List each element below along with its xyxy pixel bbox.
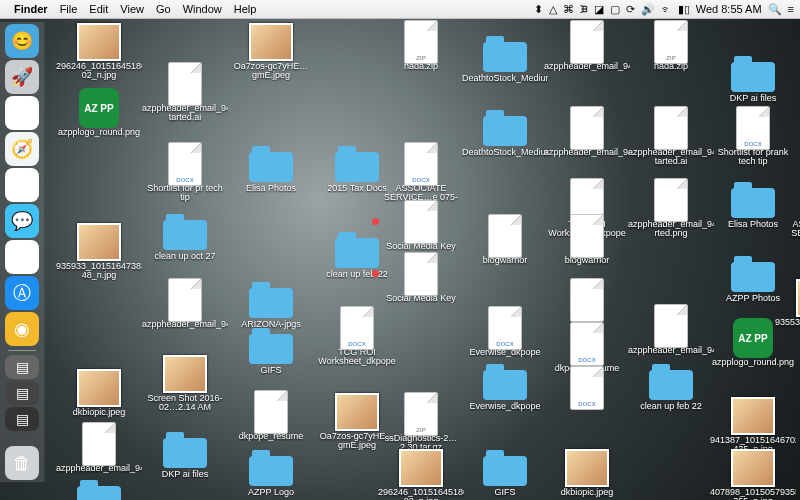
menu-help[interactable]: Help — [234, 3, 257, 15]
desktop-item[interactable]: TCG ROI Worksheet_dkpope — [318, 310, 396, 367]
dock-stack1[interactable]: ▤ — [5, 355, 39, 379]
desktop-item[interactable]: ARIZONA-jpgs — [232, 282, 310, 329]
wifi-icon[interactable]: ᯤ — [661, 3, 672, 15]
desktop-item[interactable]: Shortlist for pr tech tip — [146, 146, 224, 203]
refresh-icon[interactable]: ⟳ — [626, 3, 635, 16]
dock-appstore[interactable]: Ⓐ — [5, 276, 39, 310]
desktop-item-label: Oa7zos-gc7yHE…gmE.jpeg — [232, 62, 310, 81]
menu-go[interactable]: Go — [156, 3, 171, 15]
desktop-item[interactable]: DeathtoStock_Medium — [466, 110, 544, 157]
cloud-icon[interactable]: △ — [549, 3, 557, 16]
desktop-item[interactable]: 941387_10151646702816…435_n.jpg — [714, 398, 792, 455]
battery-icon[interactable]: ▮▯ — [678, 3, 690, 16]
menu-edit[interactable]: Edit — [89, 3, 108, 15]
docx-icon — [731, 110, 775, 146]
dock-separator — [8, 350, 36, 351]
tag-red-icon — [372, 218, 379, 225]
desktop-item[interactable]: DKP ai files — [714, 56, 792, 103]
menu-view[interactable]: View — [120, 3, 144, 15]
desktop-item[interactable] — [548, 370, 626, 408]
desktop-item[interactable]: Oa7zos-gc7yHE…gmE.jpeg — [232, 24, 310, 81]
desktop-item[interactable] — [548, 282, 626, 320]
notifications-icon[interactable]: ≡ — [788, 3, 794, 15]
image-icon — [731, 398, 775, 434]
desktop-item[interactable]: ssDiagnostics-2…2.30.tar.gz — [382, 396, 460, 453]
desktop-item[interactable]: azppheader_email_940pixw…tarted.ai — [632, 110, 710, 167]
desktop-item[interactable]: Screen Shot 2016-02…2.14 AM — [146, 356, 224, 413]
desktop-item-label: azpplogo_round.png — [712, 358, 794, 367]
desktop-item[interactable]: Shortlist for prank tech tip — [714, 110, 792, 167]
desktop-item[interactable]: nada.zip — [632, 24, 710, 71]
desktop-item[interactable]: clean up feb 22 — [632, 364, 710, 411]
desktop-item[interactable]: 935532_10151598129310…54_n.jpg — [788, 280, 800, 337]
menubar-tray: ⬍ △ ⌘ ᙖ ◪ ▢ ⟳ 🔊 ᯤ ▮▯ Wed 8:55 AM 🔍 ≡ — [534, 3, 794, 16]
spotlight-icon[interactable]: 🔍 — [768, 3, 782, 16]
dock-stack2[interactable]: ▤ — [5, 381, 39, 405]
file-icon — [163, 66, 207, 102]
desktop-item[interactable]: azppheader_email_940pixwide.png — [60, 426, 138, 473]
desktop-item[interactable]: AZ PPazpplogo_round.png — [60, 90, 138, 137]
image-icon — [565, 450, 609, 486]
desktop-item[interactable]: blogwarrior — [548, 218, 626, 265]
clock[interactable]: Wed 8:55 AM — [696, 3, 762, 15]
dock-stack3[interactable]: ▤ — [5, 407, 39, 431]
desktop-item[interactable]: Social Media Key — [382, 256, 460, 303]
desktop-item[interactable]: AZPP Logo — [232, 450, 310, 497]
display-icon[interactable]: ▢ — [610, 3, 620, 16]
desktop-item[interactable]: 296246_10151645186214…02_n.jpg — [382, 450, 460, 500]
desktop-item[interactable]: GIFS — [466, 450, 544, 497]
desktop-item[interactable]: AZPP Photos — [60, 480, 138, 500]
desktop-item[interactable]: azppheader_email_940pix…tarted.ai — [146, 66, 224, 123]
desktop-item[interactable]: azppheader_email_940pixwide.ai — [146, 282, 224, 329]
file-icon — [163, 282, 207, 318]
docx-icon — [483, 310, 527, 346]
desktop-item[interactable]: azppheader_email_940pixw…rted.png — [632, 182, 710, 239]
menubar-app[interactable]: Finder — [14, 3, 48, 15]
folder-icon — [731, 182, 775, 218]
dock-launchpad[interactable]: 🚀 — [5, 60, 39, 94]
file-icon — [249, 394, 293, 430]
desktop-item[interactable]: Everwise_dkpope — [466, 364, 544, 411]
menu-file[interactable]: File — [60, 3, 78, 15]
desktop-item[interactable]: 296246_10151645186214…02_n.jpg — [60, 24, 138, 81]
image-icon — [77, 224, 121, 260]
desktop-item[interactable]: Everwise_dkpope — [466, 310, 544, 357]
dock-trash[interactable]: 🗑 — [5, 446, 39, 480]
desktop-item[interactable]: DeathtoStock_Medium — [466, 36, 544, 83]
desktop-item[interactable]: 935933_10151647383601…48_n.jpg — [60, 224, 138, 281]
volume-icon[interactable]: 🔊 — [641, 3, 655, 16]
dock-chrome[interactable]: ◉ — [5, 312, 39, 346]
desktop-item[interactable]: dkbiopic.jpeg — [60, 370, 138, 417]
desktop-item[interactable]: blogwarrior — [466, 218, 544, 265]
desktop-item[interactable]: azppheader_email_940pixwide2.png — [548, 110, 626, 157]
desktop-item[interactable]: DKP ai files — [146, 432, 224, 479]
desktop-item[interactable]: nada.zip — [382, 24, 460, 71]
desktop-item[interactable]: Elisa Photos — [714, 182, 792, 229]
dock-itunes[interactable]: ♫ — [5, 240, 39, 274]
adobe-icon[interactable]: ◪ — [594, 3, 604, 16]
desktop-item[interactable]: azppheader_email_940pixwide.ai — [632, 308, 710, 355]
dock-finder[interactable]: 😊 — [5, 24, 39, 58]
desktop-item[interactable]: azppheader_email_940pixwide.png — [548, 24, 626, 71]
desktop[interactable]: 296246_10151645186214…02_n.jpgAZ PPazppl… — [42, 18, 800, 500]
desktop-item-label: Screen Shot 2016-02…2.14 AM — [146, 394, 224, 413]
desktop-item[interactable]: Social Media Key — [382, 204, 460, 251]
dock-grid[interactable]: ▦ — [5, 168, 39, 202]
dock-safari[interactable]: 🧭 — [5, 132, 39, 166]
desktop-item[interactable]: 407898_10150579355381…355_n.jpg — [714, 450, 792, 500]
butterfly-icon[interactable]: ᙖ — [580, 3, 588, 16]
desktop-item[interactable]: AZPP Photos — [714, 256, 792, 303]
dropbox-icon[interactable]: ⬍ — [534, 3, 543, 16]
desktop-item[interactable]: clean up oct 27 — [146, 214, 224, 261]
desktop-item[interactable]: dkpope_resume — [232, 394, 310, 441]
image-icon — [77, 370, 121, 406]
desktop-item[interactable]: Elisa Photos — [232, 146, 310, 193]
creative-cloud-icon[interactable]: ⌘ — [563, 3, 574, 16]
dock-photos[interactable]: ✿ — [5, 96, 39, 130]
dock-messages[interactable]: 💬 — [5, 204, 39, 238]
desktop-item-label: dkbiopic.jpeg — [561, 488, 614, 497]
menu-window[interactable]: Window — [183, 3, 222, 15]
desktop-item[interactable]: ASSOCIATE SERVICE…e 075-2 — [788, 182, 800, 248]
desktop-item[interactable]: GIFS — [232, 328, 310, 375]
desktop-item[interactable]: dkbiopic.jpeg — [548, 450, 626, 497]
